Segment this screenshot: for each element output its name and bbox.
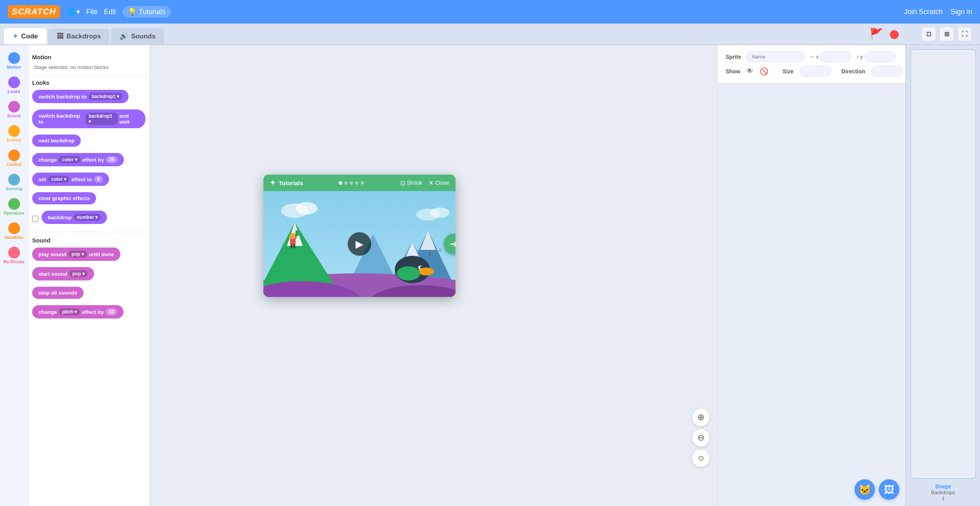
sidebar-item-sound[interactable]: Sound — [0, 98, 28, 121]
pitch-value[interactable]: 10 — [106, 308, 117, 315]
motion-section-title: Motion — [32, 54, 145, 60]
show-hidden-icon[interactable]: 🚫 — [760, 67, 768, 76]
pitch-dropdown[interactable]: pitch ▾ — [59, 308, 80, 315]
color-effect-dropdown[interactable]: color ▾ — [59, 156, 80, 163]
block-clear-graphic-effects[interactable]: clear graphic effects — [32, 192, 145, 207]
tutorials-button[interactable]: 💡 Tutorials — [122, 6, 171, 18]
sidebar-item-motion[interactable]: Motion — [0, 49, 28, 73]
block-text: switch backdrop to — [38, 113, 83, 125]
set-effect-value[interactable]: 0 — [94, 176, 103, 183]
backdrops-label: Backdrops — [931, 490, 955, 495]
y-arrow-icon: ↕ — [856, 54, 859, 60]
right-panel: Sprite ↔ x ↕ y Show 👁 🚫 Size — [717, 45, 906, 506]
shrink-button[interactable]: ⊡ Shrink — [400, 179, 423, 187]
start-sound-dropdown[interactable]: pop ▾ — [69, 270, 88, 277]
set-color-dropdown[interactable]: color ▾ — [48, 176, 70, 183]
stage-controls: 🚩 ⬤ ⊡ ⊞ ⛶ — [862, 24, 980, 44]
block-set-color-effect[interactable]: set color ▾ effect to 0 — [32, 173, 145, 189]
motion-label: Motion — [7, 65, 21, 69]
file-menu[interactable]: File — [86, 8, 98, 16]
control-label: Control — [6, 162, 22, 167]
block-text: change — [38, 309, 57, 315]
tut-dot-1 — [339, 181, 342, 185]
sprite-info-panel: Sprite ↔ x ↕ y Show 👁 🚫 Size — [718, 45, 906, 83]
globe-icon: 🌐 — [66, 7, 75, 16]
looks-dot — [8, 76, 20, 88]
sidebar-item-variables[interactable]: Variables — [0, 219, 28, 243]
block-backdrop-number-row: backdrop number ▾ — [32, 211, 145, 227]
x-input[interactable] — [820, 51, 851, 62]
sidebar-item-operators[interactable]: Operators — [0, 195, 28, 218]
play-btn[interactable]: ▶ — [348, 232, 371, 256]
red-stop-button[interactable]: ⬤ — [889, 29, 899, 39]
block-change-pitch-effect[interactable]: change pitch ▾ effect by 10 — [32, 305, 145, 322]
backdrop-number-checkbox[interactable] — [32, 216, 38, 222]
block-start-sound[interactable]: start sound pop ▾ — [32, 267, 145, 284]
join-scratch-link[interactable]: Join Scratch — [904, 8, 943, 16]
operators-label: Operators — [4, 211, 24, 215]
zoom-in-button[interactable]: ⊕ — [692, 409, 710, 426]
block-stop-all-sounds[interactable]: stop all sounds — [32, 287, 145, 302]
tab-code[interactable]: ✦ Code — [4, 28, 47, 44]
block-backdrop-number[interactable]: backdrop number ▾ — [42, 211, 107, 224]
block-text: play sound — [38, 251, 66, 257]
categories-sidebar: Motion Looks Sound Events Control Sensin… — [0, 45, 28, 506]
close-button[interactable]: ✕ Close — [428, 179, 449, 187]
size-input[interactable] — [800, 66, 831, 76]
block-switch-backdrop-wait[interactable]: switch backdrop to backdrop1 ▾ and wait — [32, 109, 145, 131]
my-blocks-dot — [8, 247, 20, 258]
sidebar-item-sensing[interactable]: Sensing — [0, 171, 28, 194]
play-sound-dropdown[interactable]: pop ▾ — [68, 251, 87, 258]
y-coord-group: ↕ y — [856, 51, 896, 62]
block-text: set — [38, 177, 46, 182]
stage-thumbnail — [910, 49, 976, 479]
block-text: switch backdrop to — [38, 94, 87, 100]
svg-point-4 — [430, 207, 450, 218]
green-flag-button[interactable]: 🚩 — [869, 27, 883, 40]
layout-small-button[interactable]: ⊡ — [921, 27, 936, 42]
backdrop1-wait-dropdown[interactable]: backdrop1 ▾ — [85, 113, 117, 125]
play-button-overlay[interactable]: ▶ — [348, 232, 371, 256]
layout-fullscreen-button[interactable]: ⛶ — [957, 27, 972, 42]
sprite-name-row: Sprite ↔ x ↕ y — [726, 51, 898, 62]
svg-rect-15 — [290, 244, 292, 248]
block-text: and wait — [120, 113, 140, 125]
tutorial-star-icon: ✦ — [270, 178, 276, 187]
sidebar-item-looks[interactable]: Looks — [0, 73, 28, 97]
tutorials-label: Tutorials — [139, 8, 165, 16]
zoom-out-button[interactable]: ⊖ — [692, 429, 710, 446]
layout-split-button[interactable]: ⊞ — [939, 27, 954, 42]
my-blocks-label: My Blocks — [3, 259, 24, 264]
x-coord-group: ↔ x — [809, 51, 852, 62]
effect-value[interactable]: 25 — [106, 156, 117, 163]
scratch-logo[interactable]: SCRATCH — [8, 5, 60, 18]
tut-dot-5 — [361, 181, 364, 185]
sprite-name-input[interactable] — [746, 51, 805, 62]
sidebar-item-control[interactable]: Control — [0, 146, 28, 170]
tab-backdrops[interactable]: 🖼 Backdrops — [48, 29, 110, 44]
globe-button[interactable]: 🌐 ▾ — [66, 7, 80, 16]
y-input[interactable] — [864, 51, 896, 62]
tutorial-header-right: ⊡ Shrink ✕ Close — [400, 179, 449, 187]
block-play-sound-until-done[interactable]: play sound pop ▾ until done — [32, 248, 145, 264]
block-change-color-effect[interactable]: change color ▾ effect by 25 — [32, 153, 145, 169]
direction-input[interactable] — [871, 66, 903, 76]
block-next-backdrop[interactable]: next backdrop — [32, 135, 145, 150]
zoom-controls: ⊕ ⊖ ⊙ — [692, 409, 710, 467]
motion-dot — [8, 52, 20, 64]
sign-in-link[interactable]: Sign in — [951, 8, 972, 16]
tab-sounds[interactable]: 🔊 Sounds — [111, 28, 164, 44]
show-visible-icon[interactable]: 👁 — [746, 67, 753, 75]
backdrop1-dropdown[interactable]: backdrop1 ▾ — [89, 93, 122, 100]
backdrop-number-dropdown[interactable]: number ▾ — [74, 214, 101, 221]
add-sprite-button[interactable]: 🐱 — [855, 479, 875, 500]
edit-menu[interactable]: Edit — [104, 8, 116, 16]
tutorial-dots — [339, 181, 364, 185]
zoom-reset-button[interactable]: ⊙ — [692, 450, 710, 467]
sidebar-item-my-blocks[interactable]: My Blocks — [0, 244, 28, 267]
stage-label[interactable]: Stage — [935, 483, 951, 490]
add-backdrop-button[interactable]: 🖼 — [879, 479, 899, 500]
sidebar-item-events[interactable]: Events — [0, 122, 28, 146]
block-switch-backdrop[interactable]: switch backdrop to backdrop1 ▾ — [32, 90, 145, 106]
motion-subtitle: Stage selected: no motion blocks — [34, 64, 145, 70]
